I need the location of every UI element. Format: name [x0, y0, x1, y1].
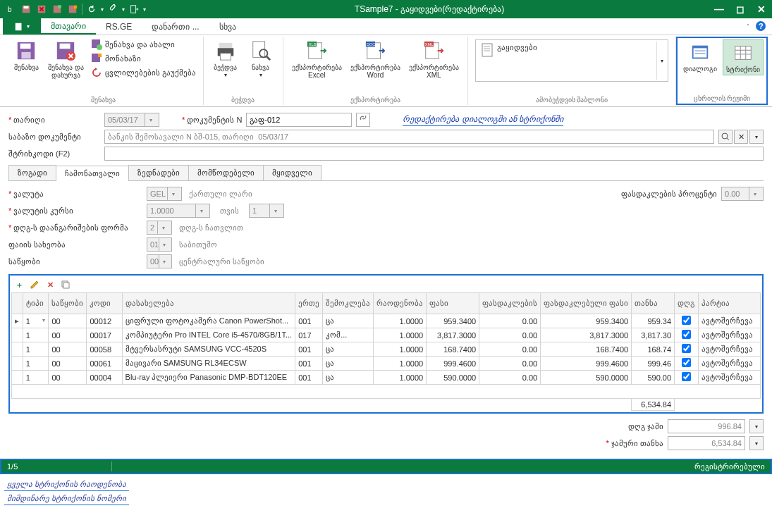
file-tab[interactable]: ▾ [3, 18, 41, 35]
undo-icon[interactable] [85, 3, 98, 16]
help-icon[interactable]: ? [755, 20, 766, 33]
search-button[interactable] [718, 130, 733, 144]
table-row[interactable]: 1 0000058მტვერსასრუტი SAMSUNG VCC-4520S0… [12, 342, 761, 357]
save-new-button[interactable]: შენახვა და ახალი [90, 38, 197, 51]
add-row-button[interactable]: ＋ [13, 278, 25, 291]
vat-checkbox[interactable] [682, 330, 691, 339]
chevron-down-icon[interactable]: ▾ [749, 187, 760, 200]
grid-sum-amount: 6,534.84 [632, 399, 675, 411]
maximize-button[interactable]: ◻ [734, 3, 747, 16]
table-row[interactable]: ▸1 ▾0000012ციფრული ფოტოკამერა Canon Powe… [12, 314, 761, 328]
vat-checkbox[interactable] [682, 316, 691, 325]
minimize-button[interactable]: — [713, 3, 725, 16]
undo-changes-label: ცვლილებების გაუქმება [105, 68, 196, 78]
docnum-lookup-button[interactable] [356, 113, 370, 127]
chevron-down-icon[interactable]: ▾ [195, 204, 207, 217]
col-qty[interactable]: რაოდენობა [374, 293, 427, 314]
barcode-input[interactable] [104, 147, 764, 161]
col-vat[interactable]: დღგ [675, 293, 699, 314]
delete-row-button[interactable]: ✕ [44, 278, 56, 291]
status-divider [111, 462, 112, 471]
view-rows-button[interactable]: სტრიქონი [723, 39, 764, 75]
save-close-icon[interactable] [35, 3, 48, 16]
save-new-icon[interactable] [51, 3, 63, 16]
rate-field[interactable]: 1.0000▾ [147, 204, 210, 218]
print-button[interactable]: ბეჭდვა▾ [209, 38, 242, 80]
ribbon-collapse-icon[interactable]: ˄ [747, 23, 749, 30]
vat-checkbox[interactable] [682, 372, 691, 381]
export-word-button[interactable]: DOC ექსპორტირება Word [348, 38, 403, 80]
base-doc-label: საბაზო დოკუმენტი [8, 132, 100, 142]
tab-items[interactable]: ჩამონათვალი [56, 166, 129, 181]
table-row[interactable]: 1 0000017კომპიუტერი Pro INTEL Core i5-45… [12, 328, 761, 342]
copy-row-button[interactable] [59, 278, 72, 291]
tab-buyer[interactable]: მყიდველი [263, 165, 321, 180]
template-button[interactable]: მონახაზი [90, 52, 197, 65]
items-grid[interactable]: ტიპი საწყობი კოდი დასახელება ერთე შემოკლ… [11, 292, 761, 411]
print-label: ბეჭდვა [214, 63, 237, 71]
legend-line-2: მიმდინარე სტრიქონის ნომერი [4, 493, 129, 505]
table-row[interactable]: 1 0000004Blu-ray პლეიერი Panasonic DMP-B… [12, 371, 761, 385]
col-unit[interactable]: ერთე [295, 293, 323, 314]
quick-access-toolbar: b ▾ ▾ ▾ [4, 3, 146, 16]
status-state: რეგისტრირებული [694, 462, 765, 471]
xml-icon: XML [422, 39, 445, 62]
total-label: ჯამური თანხა [606, 439, 663, 448]
save-close-button[interactable]: შენახვა და დახურვა [45, 38, 87, 80]
col-type[interactable]: ტიპი [23, 293, 49, 314]
docnum-input[interactable] [246, 113, 352, 127]
total-dropdown[interactable]: ▾ [749, 436, 764, 450]
svg-point-50 [722, 133, 728, 139]
rate-per-field[interactable]: 1▾ [249, 204, 284, 218]
edit-row-button[interactable] [28, 278, 41, 291]
close-button[interactable]: ✕ [755, 3, 768, 16]
stock-label: საწყობი [8, 257, 142, 266]
tab-supplier[interactable]: მომწოდებელი [188, 165, 264, 180]
col-dprice[interactable]: ფასდაკლებული ფასი [541, 293, 632, 314]
grid-container: ＋ ✕ ტიპი საწყობი კოდი დასახელება ერთე შე… [8, 274, 764, 414]
preview-button[interactable]: ნახვა▾ [245, 38, 277, 80]
save-icon[interactable] [20, 3, 32, 16]
attach-dropdown[interactable]: ▾ [122, 6, 125, 13]
col-code[interactable]: კოდი [87, 293, 122, 314]
vat-checkbox[interactable] [682, 358, 691, 367]
export-icon[interactable] [128, 3, 140, 16]
template-dropdown[interactable]: ▾ [656, 42, 666, 80]
template-icon[interactable] [66, 3, 79, 16]
tab-attach[interactable]: დანართი ... [142, 18, 209, 35]
vat-checkbox[interactable] [682, 344, 691, 353]
col-ushort[interactable]: შემოკლება [323, 293, 374, 314]
discount-field[interactable]: 0.00▾ [721, 187, 764, 201]
tab-extra[interactable]: ზედნადები [128, 165, 189, 180]
col-amount[interactable]: თანხა [632, 293, 675, 314]
view-dialog-button[interactable]: დიალოგი [680, 39, 720, 75]
tab-general[interactable]: ზოგადი [8, 165, 56, 180]
export-excel-button[interactable]: XLS ექსპორტირება Excel [289, 38, 345, 80]
svg-text:?: ? [759, 22, 764, 30]
vat-sum-dropdown[interactable]: ▾ [749, 419, 764, 433]
tab-rsge[interactable]: RS.GE [96, 18, 142, 35]
undo-changes-button[interactable]: ცვლილებების გაუქმება [90, 66, 197, 79]
undo-dropdown[interactable]: ▾ [101, 6, 104, 13]
export-xml-button[interactable]: XML ექსპორტირება XML [406, 38, 462, 80]
date-field[interactable]: 05/03/17▾ [104, 113, 159, 127]
template-selector[interactable]: გაყიდვები ▾ [475, 39, 668, 82]
save-close-big-icon [54, 39, 77, 62]
tab-main[interactable]: მთავარი [41, 18, 96, 35]
col-name[interactable]: დასახელება [122, 293, 295, 314]
chevron-down-icon[interactable]: ▾ [269, 204, 281, 217]
col-price[interactable]: ფასი [427, 293, 479, 314]
save-label: შენახვა [14, 63, 39, 71]
save-button[interactable]: შენახვა [10, 38, 42, 80]
col-batch[interactable]: პარტია [699, 293, 761, 314]
attach-icon[interactable] [106, 3, 119, 16]
titlebar: b ▾ ▾ ▾ TSample7 - გაყიდვები(რედაქტირება… [0, 0, 772, 18]
base-dropdown[interactable]: ▾ [749, 130, 764, 144]
chevron-down-icon[interactable]: ▾ [145, 113, 156, 126]
tab-other[interactable]: სხვა [209, 18, 246, 35]
status-position: 1/5 [7, 462, 106, 471]
clear-button[interactable]: ✕ [734, 130, 748, 144]
col-stock[interactable]: საწყობი [49, 293, 87, 314]
col-disc[interactable]: ფასდაკლების [479, 293, 541, 314]
table-row[interactable]: 1 0000061მაცივარი SAMSUNG RL34ECSW001ცა1… [12, 357, 761, 371]
